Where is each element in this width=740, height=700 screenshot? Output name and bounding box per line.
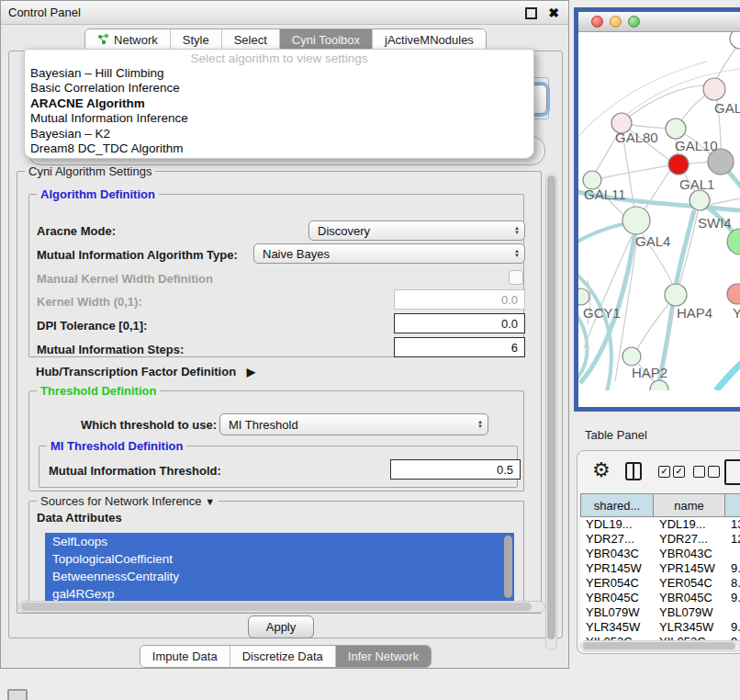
network-node[interactable]	[666, 119, 686, 139]
table-row[interactable]: YLR345WYLR345W9.	[580, 620, 740, 635]
table-horizontal-scrollbar[interactable]	[580, 640, 740, 651]
tab-cyni-toolbox[interactable]: Cyni Toolbox	[279, 29, 372, 51]
table-cell	[725, 605, 740, 620]
data-attributes-list: SelfLoops TopologicalCoefficient Between…	[45, 533, 514, 603]
zoom-traffic-light-icon[interactable]	[628, 16, 640, 28]
network-edge	[716, 352, 740, 390]
attribute-item-selected[interactable]: SelfLoops	[45, 533, 514, 550]
network-node[interactable]	[730, 32, 740, 49]
network-node-label: GCY1	[583, 305, 621, 321]
minimized-panel-icon[interactable]	[7, 689, 28, 700]
tab-network[interactable]: Network	[85, 29, 170, 51]
network-node[interactable]	[727, 284, 740, 304]
network-node[interactable]	[703, 78, 725, 100]
gear-icon[interactable]: ⚙	[592, 458, 611, 482]
scrollbar-thumb[interactable]	[21, 603, 532, 611]
table-cell: YBR043C	[654, 547, 725, 561]
columns-icon[interactable]	[625, 462, 642, 480]
manual-kernel-checkbox[interactable]	[509, 270, 523, 285]
sources-legend[interactable]: Sources for Network Inference ▼	[37, 494, 219, 508]
checked-checkbox-icon[interactable]: ✓	[673, 466, 685, 478]
network-node[interactable]	[668, 154, 689, 175]
table-row[interactable]: YBR045CYBR045C9.	[580, 591, 740, 605]
restore-icon[interactable]	[525, 7, 537, 19]
checked-checkbox-icon[interactable]: ✓	[658, 466, 670, 478]
tab-select[interactable]: Select	[221, 29, 279, 51]
network-node[interactable]	[650, 380, 668, 390]
table-row[interactable]: YDL19...YDL19...13	[580, 517, 740, 532]
column-header[interactable]: name	[654, 493, 725, 517]
sources-group: Sources for Network Inference ▼ Data Att…	[28, 501, 524, 611]
threshold-definition-group: Threshold Definition Which threshold to …	[28, 390, 524, 491]
which-threshold-label: Which threshold to use:	[81, 418, 217, 432]
network-node[interactable]	[622, 347, 641, 366]
network-node[interactable]	[622, 207, 650, 234]
table-row[interactable]: YER054CYER054C8.	[580, 576, 740, 591]
table-cell: 8.	[725, 576, 740, 591]
minimize-traffic-light-icon[interactable]	[610, 16, 622, 28]
table-row[interactable]: YBL079WYBL079W	[580, 605, 740, 620]
attribute-item-selected[interactable]: TopologicalCoefficient	[45, 550, 514, 568]
table-row[interactable]: YPR145WYPR145W9.	[580, 561, 740, 576]
algorithm-option[interactable]: Bayesian – K2	[25, 127, 533, 141]
settings-vertical-scrollbar[interactable]	[545, 173, 557, 650]
network-node[interactable]	[690, 190, 710, 210]
algorithm-option[interactable]: Bayesian – Hill Climbing	[25, 66, 533, 81]
apply-button[interactable]: Apply	[248, 615, 314, 638]
algorithm-option[interactable]: Dream8 DC_TDC Algorithm	[25, 141, 533, 156]
network-canvas[interactable]: GALGAL80GAL10GAL1GAL11SWI4GAL4GCY1HAP4YH…	[578, 32, 740, 390]
algorithm-option[interactable]: Basic Correlation Inference	[25, 81, 533, 96]
tab-jactivemnodules[interactable]: jActiveMNodules	[372, 29, 486, 51]
tab-impute-data-label: Impute Data	[152, 649, 218, 663]
table-cell: YBL079W	[580, 605, 654, 620]
algorithm-option-selected[interactable]: ARACNE Algorithm	[25, 96, 533, 111]
unchecked-checkbox-icon[interactable]	[708, 466, 720, 478]
unchecked-checkbox-icon[interactable]	[693, 466, 705, 478]
aracne-mode-combo[interactable]: Discovery ▲▼	[308, 220, 525, 241]
dpi-tolerance-field[interactable]: 0.0	[394, 313, 525, 333]
network-node-label: HAP4	[677, 305, 712, 321]
table-cell: YER054C	[580, 576, 654, 591]
settings-horizontal-scrollbar[interactable]	[18, 601, 545, 613]
tab-infer-network[interactable]: Infer Network	[335, 646, 431, 667]
network-node[interactable]	[665, 284, 687, 306]
mi-threshold-label: Mutual Information Threshold:	[49, 464, 221, 478]
algorithm-option[interactable]: Mutual Information Inference	[25, 111, 533, 126]
close-icon[interactable]: ✖	[548, 1, 559, 25]
column-header[interactable]	[725, 493, 740, 517]
network-node[interactable]	[727, 229, 740, 254]
tab-style[interactable]: Style	[170, 29, 221, 51]
mi-type-combo[interactable]: Naive Bayes ▲▼	[253, 243, 525, 264]
close-traffic-light-icon[interactable]	[591, 16, 603, 28]
document-icon[interactable]	[724, 459, 740, 485]
table-cell: YLR345W	[580, 620, 654, 635]
dpi-tolerance-value: 0.0	[501, 317, 518, 331]
network-node-label: Y	[733, 305, 740, 321]
network-node[interactable]	[578, 288, 589, 305]
attributes-scrollbar[interactable]	[504, 536, 512, 598]
cyni-algorithm-settings-group: Cyni Algorithm Settings Algorithm Defini…	[17, 171, 542, 614]
table-row[interactable]: YDR27...YDR27...12	[580, 532, 740, 547]
network-node-label: GAL1	[679, 176, 714, 192]
scrollbar-thumb[interactable]	[583, 642, 735, 649]
tab-discretize-data[interactable]: Discretize Data	[230, 646, 335, 667]
algorithm-definition-group: Algorithm Definition Aracne Mode: Discov…	[28, 194, 524, 357]
network-edge	[716, 45, 738, 80]
mi-steps-field[interactable]: 6	[394, 337, 525, 357]
which-threshold-combo[interactable]: MI Threshold ▲▼	[219, 413, 488, 435]
kernel-width-field[interactable]: 0.0	[394, 289, 525, 310]
cyni-toolbox-panel: ▲▼ galfiltered.sif default node Select a…	[8, 51, 563, 638]
column-header[interactable]: shared...	[580, 493, 654, 517]
attribute-item-selected[interactable]: BetweennessCentrality	[45, 568, 514, 585]
network-node-label: GAL80	[615, 130, 658, 145]
scrollbar-thumb[interactable]	[547, 175, 555, 639]
kernel-width-label: Kernel Width (0,1):	[37, 295, 142, 309]
table-cell: YDL19...	[580, 517, 654, 532]
tab-network-label: Network	[114, 33, 158, 47]
network-edge	[637, 304, 668, 349]
hub-definition-toggle[interactable]: Hub/Transcription Factor Definition ▶	[36, 365, 255, 378]
table-row[interactable]: YBR043CYBR043C	[580, 547, 740, 561]
tab-jactivemnodules-label: jActiveMNodules	[385, 33, 474, 47]
tab-impute-data[interactable]: Impute Data	[140, 646, 230, 667]
mi-threshold-field[interactable]: 0.5	[390, 459, 521, 480]
